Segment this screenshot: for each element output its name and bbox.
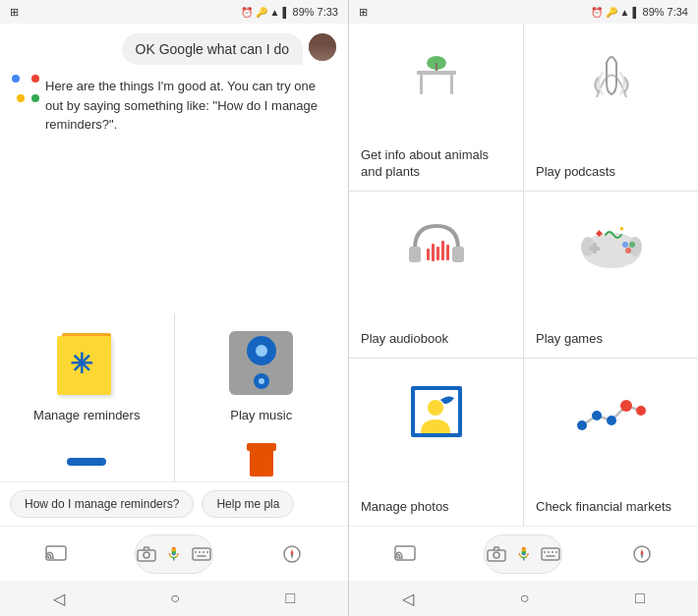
card-podcast-label: Play podcasts [536,164,615,181]
status-bar-right: ⊞ ⏰ 🔑 ▲ ▌ 89% 7:34 [349,0,698,24]
left-cards-grid: ✳ Manage reminders [0,313,348,432]
left-content: OK Google what can I do Here [0,24,348,526]
nav-bar-right: ◁ ○ □ [349,581,698,616]
speaker-small-inner [259,378,264,384]
partial-card-1[interactable] [0,432,174,481]
notification-icon: ⊞ [10,6,19,19]
svg-rect-21 [446,245,449,260]
alarm-icon: ⏰ [241,7,253,18]
svg-point-39 [636,406,646,416]
wifi-icon: ▲ [270,7,280,18]
card-animals-label: Get info about animals and plants [361,147,511,181]
svg-text:◆: ◆ [596,228,603,238]
home-icon-right[interactable]: ○ [520,589,530,607]
svg-rect-20 [441,241,444,260]
svg-rect-43 [542,548,559,560]
time-right: 7:34 [668,6,688,18]
right-screen: ⊞ ⏰ 🔑 ▲ ▌ 89% 7:34 [349,0,698,616]
svg-point-36 [592,411,602,420]
card-games-label: Play games [536,331,603,348]
card-finance[interactable]: Check financial markets [524,359,698,526]
svg-point-2 [144,552,149,558]
svg-rect-11 [420,75,423,94]
svg-point-37 [607,416,616,425]
dot-yellow [17,94,25,102]
home-icon-left[interactable]: ○ [170,589,180,607]
status-right-info: ⏰ 🔑 ▲ ▌ 89% 7:33 [241,6,338,18]
phone-container: ⊞ ⏰ 🔑 ▲ ▌ 89% 7:33 OK Google what can I … [0,0,698,616]
user-avatar [309,33,336,61]
keyboard-icon-left[interactable] [191,540,212,568]
status-right-left-icons: ⊞ [359,6,368,19]
card-photos-label: Manage photos [361,499,449,516]
finance-icon-area [536,368,686,457]
svg-rect-10 [417,71,456,75]
wifi-icon-right: ▲ [620,7,630,18]
card-manage-reminders[interactable]: ✳ Manage reminders [0,313,174,432]
bottom-bar-right [349,526,698,581]
podcast-icon-area [536,33,686,122]
partial-bar [67,458,106,466]
partial-cards [0,432,348,481]
bottom-bar-left [0,526,348,581]
recents-icon-left[interactable]: □ [286,589,296,607]
partial-icon-2 [232,442,291,481]
table-icon [402,43,471,112]
chart-icon [572,381,651,445]
suggestion-chip-2[interactable]: Help me pla [202,490,294,518]
svg-rect-15 [409,247,421,262]
card-music-label: Play music [230,408,292,422]
svg-rect-16 [452,247,464,262]
svg-rect-18 [432,244,435,261]
svg-rect-12 [450,75,453,94]
svg-point-29 [625,248,631,253]
svg-text:●: ● [619,224,624,233]
screencast-icon-right[interactable] [391,540,419,568]
screencast-icon-left[interactable] [42,540,70,568]
animals-icon-area [361,33,511,122]
back-icon-right[interactable]: ◁ [402,589,414,608]
user-bubble: OK Google what can I do [122,33,303,65]
svg-point-34 [428,400,443,416]
user-message-text: OK Google what can I do [136,41,289,57]
partial-top [247,443,276,451]
svg-rect-26 [593,243,597,253]
compass-icon-left[interactable] [278,540,306,568]
chat-area: OK Google what can I do Here [0,24,348,313]
partial-card-2[interactable] [175,432,349,481]
nav-bar-left: ◁ ○ □ [0,581,348,616]
signal-bars: ▌ [282,7,289,18]
card-photos[interactable]: Manage photos [349,359,523,526]
card-podcasts[interactable]: Play podcasts [524,24,698,191]
assistant-row: Here are the things I'm good at. You can… [12,73,336,139]
partial-icon-1 [57,442,116,481]
games-icon-area: ◆ ● [536,201,686,290]
status-left-icons: ⊞ [10,6,19,19]
compass-icon-right[interactable] [628,540,656,568]
audiobook-icon-area [361,201,511,290]
card-play-music[interactable]: Play music [175,313,349,432]
dot-blue [12,75,20,83]
suggestion-chip-1[interactable]: How do I manage reminders? [10,490,194,518]
dot-red [31,75,39,83]
back-icon-left[interactable]: ◁ [53,589,65,608]
reminders-icon-area: ✳ [47,323,126,402]
suggestions-bar: How do I manage reminders? Help me pla [0,481,348,526]
keyboard-icon-right[interactable] [540,540,561,568]
card-games[interactable]: ◆ ● Play games [524,192,698,359]
card-audiobook-label: Play audiobook [361,331,448,348]
mic-bar-left[interactable] [135,534,213,574]
speaker-icon [229,331,293,395]
camera-icon-left[interactable] [136,540,157,568]
mic-icon-right [515,543,532,565]
svg-point-27 [622,242,628,248]
card-animals-plants[interactable]: Get info about animals and plants [349,24,523,191]
card-finance-label: Check financial markets [536,499,671,516]
camera-icon-right[interactable] [485,540,506,568]
mic-bar-right[interactable] [484,534,562,574]
recents-icon-right[interactable]: □ [635,589,645,607]
photo-icon [399,378,473,447]
lock-icon-right: 🔑 [606,7,617,18]
speaker-small-circle [254,373,269,389]
card-audiobook[interactable]: Play audiobook [349,192,523,359]
